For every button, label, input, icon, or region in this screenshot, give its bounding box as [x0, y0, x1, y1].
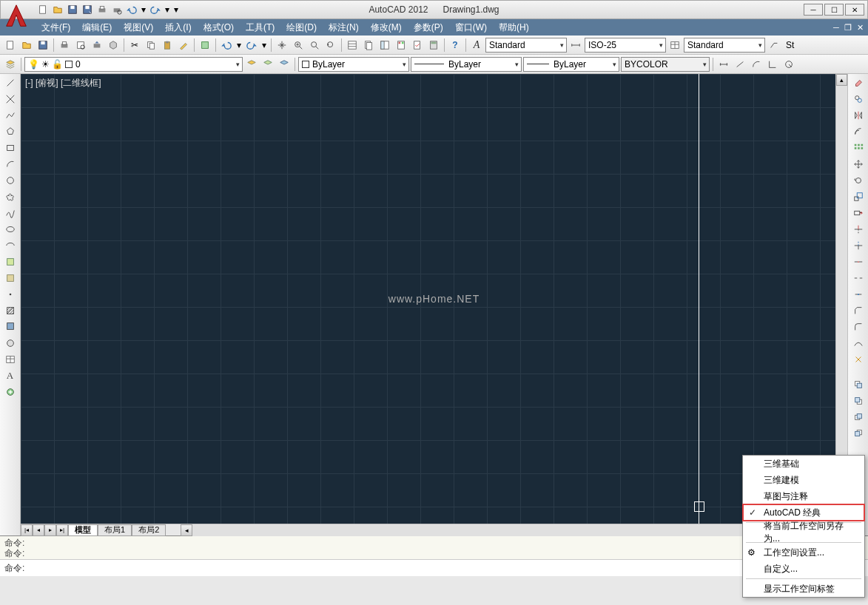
zoom-previous-icon[interactable] [323, 38, 338, 53]
menu-format[interactable]: 格式(O) [198, 19, 240, 36]
save-icon[interactable] [36, 38, 50, 53]
dim-style-dropdown[interactable]: ISO-25 [585, 38, 666, 53]
menu-draw[interactable]: 绘图(D) [280, 19, 323, 36]
scale-icon[interactable] [851, 189, 866, 204]
print-icon[interactable] [57, 38, 72, 53]
zoom-window-icon[interactable] [307, 38, 322, 53]
erase-icon[interactable] [851, 75, 866, 90]
qat-undo-drop-icon[interactable]: ▾ [140, 3, 147, 16]
array-icon[interactable] [851, 141, 866, 155]
menu-modify[interactable]: 修改(M) [365, 19, 408, 36]
ws-settings[interactable]: ⚙ 工作空间设置... [743, 544, 864, 561]
tab-next-button[interactable]: ▸ [44, 524, 56, 536]
menu-parametric[interactable]: 参数(P) [408, 19, 449, 36]
app-logo[interactable] [1, 1, 32, 32]
qat-redo-drop-icon[interactable]: ▾ [164, 3, 171, 16]
trim-icon[interactable] [851, 222, 866, 237]
qat-new-icon[interactable] [36, 3, 50, 16]
command-input[interactable] [24, 563, 864, 573]
insert-block-icon[interactable] [3, 254, 18, 269]
text-style-icon[interactable]: A [469, 38, 484, 53]
block-editor-icon[interactable] [198, 38, 212, 53]
ws-item-3d-modeling[interactable]: 三维建模 [743, 472, 864, 488]
rotate-icon[interactable] [851, 173, 866, 188]
table-style-icon[interactable] [667, 38, 682, 53]
qat-plot-preview-icon[interactable] [110, 3, 124, 16]
stretch-icon[interactable] [851, 206, 866, 220]
quickcalc-icon[interactable] [426, 38, 441, 53]
ws-item-autocad-classic[interactable]: ✓ AutoCAD 经典 [743, 504, 864, 521]
layer-previous-icon[interactable] [244, 57, 259, 72]
menu-edit[interactable]: 编辑(E) [76, 19, 118, 36]
point-icon[interactable] [3, 287, 18, 302]
plotstyle-dropdown[interactable]: BYCOLOR [621, 57, 710, 72]
copy-icon[interactable] [144, 38, 158, 53]
draworder-back-icon[interactable] [851, 393, 866, 408]
dim-ordinate-icon[interactable] [765, 57, 780, 72]
dim-linear-icon[interactable] [716, 57, 731, 72]
cut-icon[interactable]: ✂ [127, 38, 142, 53]
lineweight-dropdown[interactable]: ByLayer [523, 57, 619, 72]
menu-view[interactable]: 视图(V) [118, 19, 159, 36]
draworder-under-icon[interactable] [851, 426, 866, 441]
new-icon[interactable] [3, 38, 18, 53]
tab-prev-button[interactable]: ◂ [33, 524, 44, 536]
offset-icon[interactable] [851, 124, 866, 139]
mleader-style-icon[interactable] [767, 38, 781, 53]
mdi-close-button[interactable]: ✕ [855, 22, 865, 33]
chamfer-icon[interactable] [851, 303, 866, 318]
ellipse-icon[interactable] [3, 222, 18, 237]
command-history[interactable]: 命令: 命令: [0, 536, 868, 560]
spline-icon[interactable] [3, 206, 18, 220]
break-at-point-icon[interactable] [851, 254, 866, 269]
dim-radius-icon[interactable] [781, 57, 796, 72]
line-icon[interactable] [3, 75, 18, 90]
qat-open-icon[interactable] [51, 3, 64, 16]
blend-icon[interactable] [851, 336, 866, 351]
layer-manager-icon[interactable] [3, 57, 18, 72]
copy-object-icon[interactable] [851, 92, 866, 107]
markup-set-icon[interactable] [410, 38, 425, 53]
tab-layout1[interactable]: 布局1 [98, 524, 132, 536]
polyline-icon[interactable] [3, 108, 18, 123]
open-icon[interactable] [19, 38, 34, 53]
match-props-icon[interactable] [176, 38, 191, 53]
vertical-scrollbar[interactable]: ▴ ▾ [835, 74, 847, 512]
redo-icon[interactable] [244, 38, 259, 53]
text-style-dropdown[interactable]: Standard [485, 38, 567, 53]
mdi-minimize-button[interactable]: ─ [831, 22, 841, 33]
paste-icon[interactable] [160, 38, 175, 53]
join-icon[interactable] [851, 287, 866, 302]
hatch-icon[interactable] [3, 303, 18, 318]
publish-icon[interactable] [90, 38, 104, 53]
make-block-icon[interactable] [3, 271, 18, 285]
move-icon[interactable] [851, 157, 866, 172]
ws-item-drafting[interactable]: 草图与注释 [743, 488, 864, 504]
explode-icon[interactable] [851, 352, 866, 367]
layer-state-icon[interactable] [260, 57, 275, 72]
qat-save-icon[interactable] [66, 3, 79, 16]
circle-icon[interactable] [3, 173, 18, 188]
color-dropdown[interactable]: ByLayer [298, 57, 409, 72]
dim-aligned-icon[interactable] [733, 57, 747, 72]
extend-icon[interactable] [851, 238, 866, 253]
ws-customize[interactable]: 自定义... [743, 561, 864, 577]
tab-model[interactable]: 模型 [68, 524, 98, 536]
ws-save-as[interactable]: 将当前工作空间另存为... [743, 524, 864, 541]
menu-window[interactable]: 窗口(W) [449, 19, 493, 36]
table-style-dropdown[interactable]: Standard [684, 38, 765, 53]
qat-undo-icon[interactable] [125, 3, 138, 16]
mdi-restore-button[interactable]: ❐ [843, 22, 853, 33]
undo-dropdown-icon[interactable]: ▾ [235, 38, 243, 53]
view-label[interactable]: [-] [俯视] [二维线框] [25, 77, 101, 89]
revision-cloud-icon[interactable] [3, 189, 18, 204]
fillet-icon[interactable] [851, 320, 866, 334]
help-icon[interactable]: ? [448, 38, 462, 53]
redo-dropdown-icon[interactable]: ▾ [260, 38, 268, 53]
region-icon[interactable] [3, 336, 18, 351]
maximize-button[interactable]: ☐ [824, 4, 844, 16]
zoom-realtime-icon[interactable] [291, 38, 306, 53]
draworder-icon[interactable] [851, 377, 866, 392]
design-center-icon[interactable] [377, 38, 392, 53]
draworder-above-icon[interactable] [851, 410, 866, 425]
